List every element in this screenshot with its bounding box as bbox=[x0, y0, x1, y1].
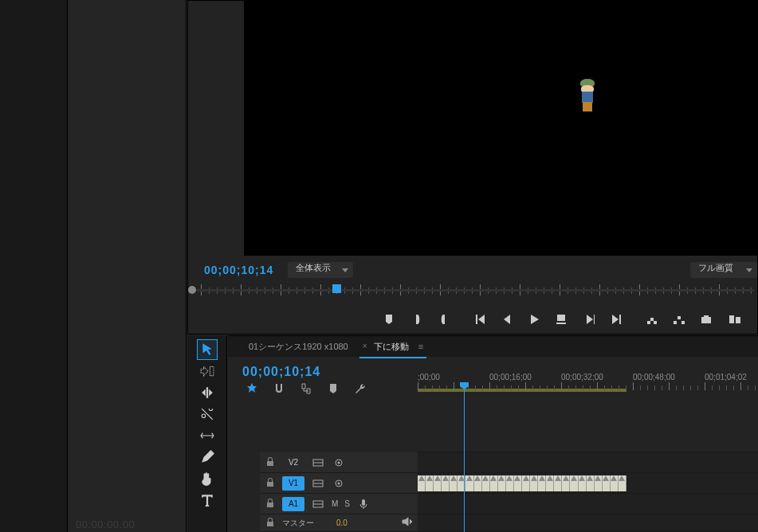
toggle-track-output-icon[interactable] bbox=[332, 477, 346, 490]
track-header-master[interactable]: マスター 0.0 bbox=[260, 514, 418, 532]
play-button[interactable] bbox=[526, 311, 542, 327]
clip[interactable] bbox=[619, 475, 626, 491]
clip[interactable] bbox=[418, 475, 426, 491]
clip[interactable] bbox=[579, 475, 587, 491]
lane-master[interactable] bbox=[418, 514, 758, 532]
clip-sequence[interactable] bbox=[418, 475, 626, 491]
clip[interactable] bbox=[506, 475, 514, 491]
marker-icon[interactable] bbox=[327, 382, 340, 395]
clip[interactable] bbox=[450, 475, 458, 491]
track-label[interactable]: V1 bbox=[282, 476, 304, 491]
lift-button[interactable] bbox=[644, 311, 660, 327]
lane-v2[interactable] bbox=[418, 452, 758, 473]
clip[interactable] bbox=[595, 475, 603, 491]
clip[interactable] bbox=[587, 475, 595, 491]
lock-icon[interactable] bbox=[266, 499, 276, 510]
snap-icon[interactable] bbox=[273, 382, 285, 395]
playback-quality-dropdown[interactable]: フル画質 bbox=[690, 262, 757, 278]
pen-tool[interactable] bbox=[197, 447, 218, 467]
timeline-tabs: 01シーケンス1920 x1080 × 下に移動 ≡ bbox=[228, 336, 758, 357]
track-label[interactable]: V2 bbox=[282, 456, 304, 470]
program-viewport[interactable] bbox=[244, 1, 758, 257]
clip[interactable] bbox=[546, 475, 554, 491]
clip[interactable] bbox=[538, 475, 546, 491]
panel-menu-icon[interactable]: ≡ bbox=[418, 342, 423, 351]
timeline-tools bbox=[187, 335, 227, 532]
mark-in-button[interactable] bbox=[410, 311, 426, 327]
clip[interactable] bbox=[434, 475, 442, 491]
track-header-v2[interactable]: V2 bbox=[260, 452, 418, 473]
clip[interactable] bbox=[570, 475, 578, 491]
program-timecode[interactable]: 00;00;10;14 bbox=[204, 264, 273, 276]
slip-tool[interactable] bbox=[197, 425, 218, 446]
solo-button[interactable]: S bbox=[344, 499, 350, 508]
hand-tool[interactable] bbox=[197, 468, 218, 489]
clip[interactable] bbox=[465, 475, 473, 491]
clip[interactable] bbox=[426, 475, 434, 491]
insert-mode-icon[interactable] bbox=[245, 382, 258, 395]
program-playhead[interactable] bbox=[332, 284, 341, 293]
clip[interactable] bbox=[482, 475, 490, 491]
track-header-v1[interactable]: V1 bbox=[260, 473, 418, 494]
go-to-out-button[interactable] bbox=[609, 311, 625, 327]
track-label[interactable]: A1 bbox=[282, 497, 304, 511]
program-monitor: 00;00;10;14 全体表示 フル画質 bbox=[187, 0, 758, 334]
clip[interactable] bbox=[490, 475, 498, 491]
clip[interactable] bbox=[442, 475, 450, 491]
clip[interactable] bbox=[514, 475, 522, 491]
time-ruler[interactable]: ;00;0000;00;16;0000;00;32;0000;00;48;000… bbox=[418, 371, 758, 395]
sync-lock-icon[interactable] bbox=[311, 498, 325, 510]
lock-icon[interactable] bbox=[266, 457, 276, 468]
timeline-timecode[interactable]: 00;00;10;14 bbox=[242, 365, 320, 379]
transport-bar bbox=[188, 308, 757, 332]
voiceover-record-icon[interactable] bbox=[356, 498, 371, 510]
export-frame-button[interactable] bbox=[698, 311, 714, 327]
sequence-tab[interactable]: 01シーケンス1920 x1080 bbox=[249, 341, 348, 353]
toggle-track-output-icon[interactable] bbox=[332, 456, 346, 469]
lane-a1[interactable] bbox=[418, 494, 758, 514]
extract-button[interactable] bbox=[671, 311, 687, 327]
comparison-view-button[interactable] bbox=[727, 311, 743, 327]
mute-button[interactable]: M bbox=[332, 499, 338, 508]
ruler-label: 00;00;48;00 bbox=[633, 373, 675, 381]
zoom-fit-dropdown[interactable]: 全体表示 bbox=[288, 262, 353, 278]
add-marker-button[interactable] bbox=[381, 311, 397, 327]
clip[interactable] bbox=[530, 475, 538, 491]
settings-wrench-icon[interactable] bbox=[354, 382, 367, 395]
linked-selection-icon[interactable] bbox=[300, 382, 312, 395]
lock-icon[interactable] bbox=[266, 518, 276, 529]
go-to-in-button[interactable] bbox=[472, 311, 488, 327]
clip[interactable] bbox=[611, 475, 619, 491]
clip[interactable] bbox=[562, 475, 570, 491]
program-scrubber[interactable] bbox=[201, 284, 757, 302]
master-level[interactable]: 0.0 bbox=[336, 518, 348, 527]
work-area-bar[interactable] bbox=[418, 389, 626, 392]
clip[interactable] bbox=[498, 475, 506, 491]
timeline-playhead[interactable] bbox=[464, 382, 465, 532]
mark-out-button[interactable] bbox=[435, 311, 451, 327]
ripple-edit-tool[interactable] bbox=[197, 382, 218, 403]
clip[interactable] bbox=[522, 475, 530, 491]
preview-sprite bbox=[575, 79, 599, 114]
track-select-tool[interactable] bbox=[197, 361, 218, 381]
master-output-icon[interactable] bbox=[402, 517, 413, 528]
razor-tool[interactable] bbox=[197, 404, 218, 424]
lock-icon[interactable] bbox=[266, 478, 276, 489]
step-back-button[interactable] bbox=[499, 311, 515, 327]
lane-v1[interactable] bbox=[418, 473, 758, 494]
clip[interactable] bbox=[603, 475, 611, 491]
clip[interactable] bbox=[554, 475, 562, 491]
track-header-a1[interactable]: A1 M S bbox=[260, 494, 418, 514]
type-tool[interactable] bbox=[197, 490, 218, 510]
zoom-slider-handle[interactable] bbox=[188, 286, 196, 294]
zoom-slider-track[interactable] bbox=[188, 289, 754, 291]
close-icon[interactable]: × bbox=[363, 342, 367, 350]
selection-tool[interactable] bbox=[197, 339, 218, 360]
sequence-tab[interactable]: × 下に移動 bbox=[374, 341, 409, 353]
step-forward-button[interactable] bbox=[582, 311, 598, 327]
export-frame-alt-button[interactable] bbox=[553, 311, 569, 327]
sync-lock-icon[interactable] bbox=[311, 456, 325, 469]
ruler-label: 00;00;16;00 bbox=[489, 373, 532, 381]
sync-lock-icon[interactable] bbox=[311, 477, 325, 490]
clip[interactable] bbox=[474, 475, 482, 491]
